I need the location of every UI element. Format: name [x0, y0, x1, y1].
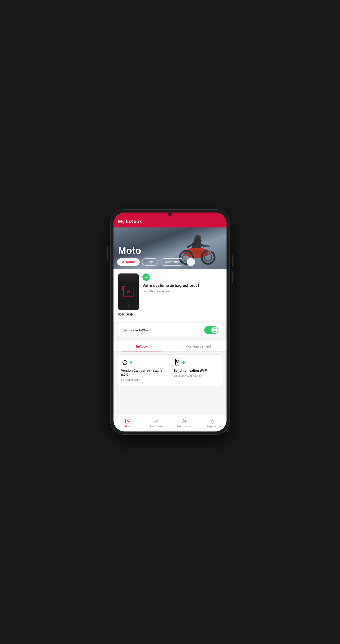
power-icon: [213, 328, 216, 332]
status-title: Votre système airbag est prêt !: [143, 283, 222, 288]
svg-point-15: [128, 292, 129, 292]
nav-stats-label: Statistiques: [149, 425, 163, 428]
wifi-title: Synchronisation Wi-Fi: [174, 368, 219, 372]
hero-section: Moto ✓ Route Piste Adventure +: [114, 228, 226, 269]
nav-statistiques[interactable]: Statistiques: [142, 417, 170, 429]
bottom-nav: In&box Statistiques M: [114, 415, 226, 432]
tag-piste[interactable]: Piste: [142, 258, 158, 266]
chart-icon: [153, 418, 159, 424]
wifi-card: Synchronisation Wi-Fi Vous pouvez arrête…: [170, 355, 223, 386]
hero-tags-container: ✓ Route Piste Adventure +: [117, 258, 195, 266]
battery-seg-3: [130, 314, 131, 315]
add-tag-button[interactable]: +: [187, 258, 195, 266]
check-icon: ✓: [122, 260, 125, 264]
nav-inbox[interactable]: In&box: [114, 417, 142, 429]
version-title: Version Camberley - stable 6.9.0: [121, 368, 166, 377]
tag-route[interactable]: ✓ Route: [117, 258, 140, 266]
wifi-text: Vous pouvez arrêter la: [174, 374, 219, 378]
version-status-dot: [130, 361, 132, 364]
wifi-icon: [174, 359, 181, 366]
toggle-switch[interactable]: [204, 326, 218, 334]
tab-equipment[interactable]: Mon équipement: [170, 341, 226, 352]
info-grid: Version Camberley - stable 6.9.0 La In&b…: [117, 354, 223, 386]
version-icon-row: [121, 359, 166, 366]
phone-screen: My In&box: [114, 212, 226, 432]
battery-percent: 90%: [118, 312, 125, 316]
device-image-wrapper: inemotion 90%: [118, 274, 139, 316]
nav-account-label: Mon compte: [177, 425, 191, 428]
svg-point-20: [212, 420, 213, 422]
nav-account[interactable]: Mon compte: [170, 417, 198, 429]
tabs-row: In&box Mon équipement: [114, 341, 226, 352]
nav-inbox-label: In&box: [124, 425, 131, 428]
inbox-icon: [125, 418, 131, 424]
toggle-label: Éteindre la In&box: [122, 328, 150, 332]
phone-frame: My In&box: [110, 209, 230, 435]
camera-notch: [168, 212, 172, 216]
toggle-knob: [211, 327, 218, 333]
app-title: My In&box: [118, 219, 222, 224]
svg-line-4: [188, 245, 192, 247]
device-scan-icon: [123, 287, 134, 297]
tab-inbox[interactable]: In&box: [114, 341, 170, 352]
gear-icon: [209, 418, 215, 424]
svg-point-13: [208, 250, 210, 253]
wifi-icon-row: [174, 359, 219, 366]
version-card: Version Camberley - stable 6.9.0 La In&b…: [117, 355, 170, 386]
status-check-badge: [143, 274, 150, 281]
toggle-row[interactable]: Éteindre la In&box: [117, 323, 223, 338]
tag-adventure[interactable]: Adventure: [161, 258, 184, 266]
battery-icon: [126, 313, 132, 316]
vehicle-type-label: Moto: [118, 245, 141, 256]
power-button[interactable]: [107, 246, 108, 260]
svg-point-17: [177, 362, 178, 363]
device-image: inemotion: [118, 274, 139, 310]
device-info: Votre système airbag est prêt ! La In&bo…: [143, 274, 222, 293]
status-subtitle: La In&box est active: [143, 290, 222, 293]
main-content: inemotion 90%: [114, 269, 226, 415]
nav-settings[interactable]: Réglages: [198, 417, 226, 429]
battery-row: 90%: [118, 312, 139, 316]
device-status-card: inemotion 90%: [114, 269, 226, 321]
volume-up-button[interactable]: [232, 255, 233, 267]
nav-settings-label: Réglages: [207, 425, 217, 428]
version-text: La In&box est à: [121, 378, 166, 382]
battery-seg-2: [128, 314, 129, 315]
device-brand-label: inemotion: [128, 298, 130, 310]
person-icon: [181, 418, 187, 424]
battery-seg-1: [127, 314, 128, 315]
sync-icon: [121, 359, 128, 366]
volume-down-button[interactable]: [232, 272, 233, 283]
wifi-status-dot: [182, 361, 185, 364]
